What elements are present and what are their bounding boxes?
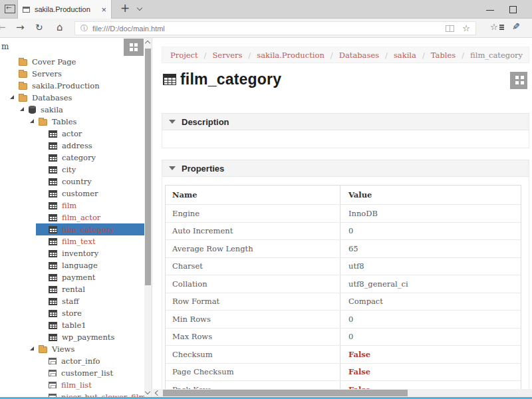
sidebar-grid-toggle-button[interactable]	[124, 39, 144, 56]
address-bar[interactable]: ⓘ file:///D:/doc/main.html ☆	[74, 21, 476, 35]
tree-item-label: language	[62, 261, 98, 270]
table-icon	[49, 202, 57, 209]
content-horizontal-scrollbar[interactable]	[153, 389, 532, 397]
view-icon	[49, 370, 57, 376]
table-icon	[49, 238, 57, 245]
back-icon[interactable]: ←	[0, 21, 6, 33]
breadcrumb-link[interactable]: Databases	[339, 51, 379, 60]
property-value: 0	[340, 332, 521, 341]
tree-item-film-text[interactable]: film_text	[0, 235, 144, 247]
sidebar-scrollbar[interactable]	[144, 38, 152, 397]
page-grid-toggle-button[interactable]	[510, 72, 527, 89]
sidebar-scrolled-text: m	[1, 42, 9, 51]
property-value: False	[340, 367, 521, 376]
tree-item-cover-page[interactable]: Cover Page	[0, 56, 144, 68]
minimize-button[interactable]	[486, 10, 494, 11]
reading-view-icon[interactable]	[446, 25, 454, 32]
tree-item-label: film_text	[62, 237, 96, 246]
tab-preview-chevron-icon[interactable]	[137, 5, 142, 11]
collapse-triangle-icon[interactable]	[169, 120, 176, 124]
breadcrumb-link[interactable]: Tables	[431, 51, 456, 60]
folder-icon	[39, 119, 47, 126]
breadcrumb-link[interactable]: sakila.Production	[257, 51, 325, 60]
browser-tab[interactable]: sakila.Production ×	[17, 0, 112, 19]
tree-item-rental[interactable]: rental	[0, 283, 144, 295]
tree-item-servers[interactable]: Servers	[0, 68, 144, 80]
breadcrumb-separator: /	[385, 51, 388, 60]
tree-item-country[interactable]: country	[0, 176, 144, 188]
table-row: Min Rows0	[166, 310, 521, 328]
tree-item-category[interactable]: category	[0, 152, 144, 164]
property-value: 65	[340, 244, 521, 253]
tree-item-staff[interactable]: staff	[0, 295, 144, 307]
table-icon	[49, 130, 57, 138]
tree-item-city[interactable]: city	[0, 164, 144, 176]
tree-item-actor-info[interactable]: actor_info	[0, 355, 144, 367]
section-body-description	[162, 130, 529, 148]
tree-item-film-list[interactable]: film_list	[0, 379, 144, 391]
tree-item-store[interactable]: store	[0, 307, 144, 319]
tree-item-databases[interactable]: Databases	[0, 92, 144, 104]
sidebar-scrollbar-thumb[interactable]	[145, 49, 151, 285]
home-icon[interactable]: ⌂	[57, 21, 63, 33]
tree-item-customer[interactable]: customer	[0, 188, 144, 200]
breadcrumb-separator: /	[331, 51, 333, 60]
breadcrumb-link[interactable]: Project	[170, 51, 198, 60]
forward-icon[interactable]: →	[16, 21, 25, 33]
tree-item-nicer-but-slower-film-list[interactable]: nicer_but_slower_film_list	[0, 391, 144, 397]
caret-expanded-icon[interactable]	[20, 107, 24, 111]
scroll-up-icon[interactable]	[145, 41, 150, 46]
section-header-properties[interactable]: Properties	[162, 160, 529, 177]
tree-item-customer-list[interactable]: customer_list	[0, 367, 144, 379]
database-icon	[29, 106, 36, 114]
add-favorite-star-icon[interactable]: ☆	[462, 23, 470, 33]
navigation-tree: Cover Page Servers sakila.Production Dat…	[0, 56, 144, 397]
site-info-icon[interactable]: ⓘ	[80, 23, 88, 33]
tree-item-table1[interactable]: table1	[0, 319, 144, 331]
table-icon	[163, 74, 176, 85]
tree-item-inventory[interactable]: inventory	[0, 247, 144, 259]
collapse-triangle-icon[interactable]	[169, 166, 176, 170]
properties-table: Name Value EngineInnoDB Auto Increment0 …	[165, 185, 521, 397]
close-tab-icon[interactable]: ×	[101, 5, 106, 15]
web-note-pen-icon[interactable]: ✎	[512, 21, 520, 32]
tree-item-film[interactable]: film	[0, 200, 144, 211]
caret-expanded-icon[interactable]	[30, 119, 34, 123]
property-name: Min Rows	[166, 311, 340, 328]
tree-item-payment[interactable]: payment	[0, 271, 144, 283]
maximize-button[interactable]	[509, 6, 517, 13]
new-tab-button[interactable]: +	[120, 1, 130, 15]
breadcrumb: Project/ Servers/ sakila.Production/ Dat…	[162, 47, 529, 63]
view-icon	[49, 358, 57, 364]
refresh-icon[interactable]: ↻	[35, 22, 43, 33]
caret-expanded-icon[interactable]	[10, 95, 14, 99]
tree-item-label: actor	[62, 129, 82, 138]
tree-item-language[interactable]: language	[0, 259, 144, 271]
browser-toolbar: ← → ↻ ⌂ ⓘ file:///D:/doc/main.html ☆ ☆ ✎	[0, 19, 532, 38]
page-title-text: film_category	[180, 70, 281, 88]
grid-icon	[515, 76, 519, 79]
horizontal-scrollbar-thumb[interactable]	[163, 390, 408, 396]
caret-expanded-icon[interactable]	[30, 346, 34, 350]
tree-item-label: actor_info	[61, 356, 100, 366]
tree-item-address[interactable]: address	[0, 140, 144, 152]
breadcrumb-separator: /	[248, 51, 251, 60]
section-header-description[interactable]: Description	[162, 113, 529, 130]
breadcrumb-link[interactable]: sakila	[394, 51, 416, 60]
tree-item-views[interactable]: Views	[0, 343, 144, 355]
hub-favorites-icon[interactable]: ☆	[490, 22, 505, 33]
tree-item-sakila-db[interactable]: sakila	[0, 104, 144, 116]
tree-item-film-actor[interactable]: film_actor	[0, 211, 144, 223]
table-icon	[49, 298, 57, 305]
tree-item-film-category-selected[interactable]: film_category	[0, 223, 144, 235]
scroll-down-icon[interactable]	[145, 389, 150, 394]
breadcrumb-link[interactable]: Servers	[212, 51, 242, 60]
set-tabs-aside-icon[interactable]	[5, 5, 15, 13]
tree-item-sakila-production[interactable]: sakila.Production	[0, 80, 144, 92]
tree-item-wp-payments[interactable]: wp_payments	[0, 331, 144, 343]
url-text[interactable]: file:///D:/doc/main.html	[92, 25, 446, 33]
tree-item-label: film	[62, 201, 76, 210]
tree-item-tables[interactable]: Tables	[0, 116, 144, 128]
scroll-left-icon[interactable]	[155, 390, 160, 396]
tree-item-actor[interactable]: actor	[0, 128, 144, 140]
